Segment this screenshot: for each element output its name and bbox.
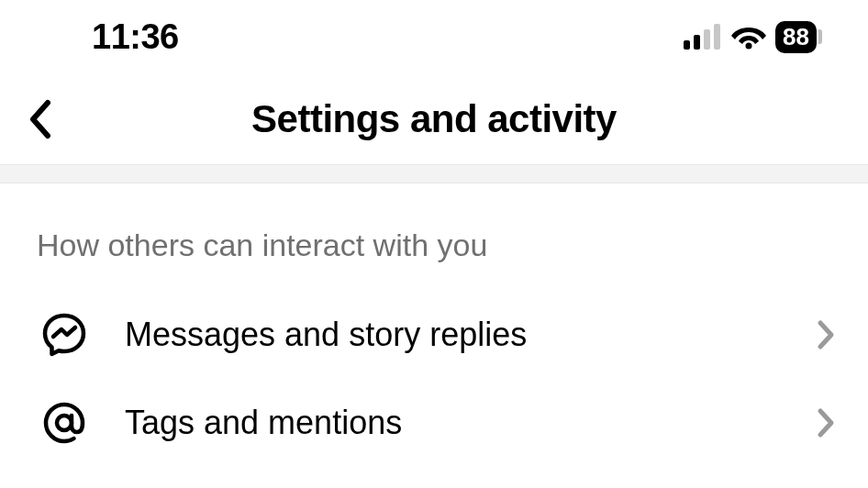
chevron-right-icon <box>817 407 835 438</box>
list-item-label: Messages and story replies <box>125 316 780 354</box>
svg-rect-1 <box>694 35 700 50</box>
list-item-tags[interactable]: Tags and mentions <box>0 379 868 467</box>
chevron-right-icon <box>817 319 835 350</box>
section-heading: How others can interact with you <box>0 183 868 291</box>
status-time: 11:36 <box>92 17 179 57</box>
page-title: Settings and activity <box>0 97 868 141</box>
list-item-messages[interactable]: Messages and story replies <box>0 291 868 379</box>
wifi-icon <box>731 24 766 50</box>
status-icons: 88 <box>684 21 822 53</box>
chevron-left-icon <box>28 99 53 139</box>
at-icon <box>40 399 88 447</box>
status-bar: 11:36 88 <box>0 0 868 73</box>
svg-rect-3 <box>714 24 720 50</box>
battery-level: 88 <box>775 21 817 53</box>
list-item-label: Tags and mentions <box>125 404 780 442</box>
svg-rect-2 <box>704 29 710 50</box>
cellular-icon <box>684 24 722 50</box>
battery-indicator: 88 <box>775 21 822 53</box>
section-divider <box>0 165 868 183</box>
back-button[interactable] <box>18 97 62 141</box>
messenger-icon <box>40 311 88 359</box>
nav-header: Settings and activity <box>0 73 868 165</box>
battery-tip <box>818 29 822 44</box>
svg-point-4 <box>746 43 752 50</box>
svg-rect-0 <box>684 40 690 50</box>
